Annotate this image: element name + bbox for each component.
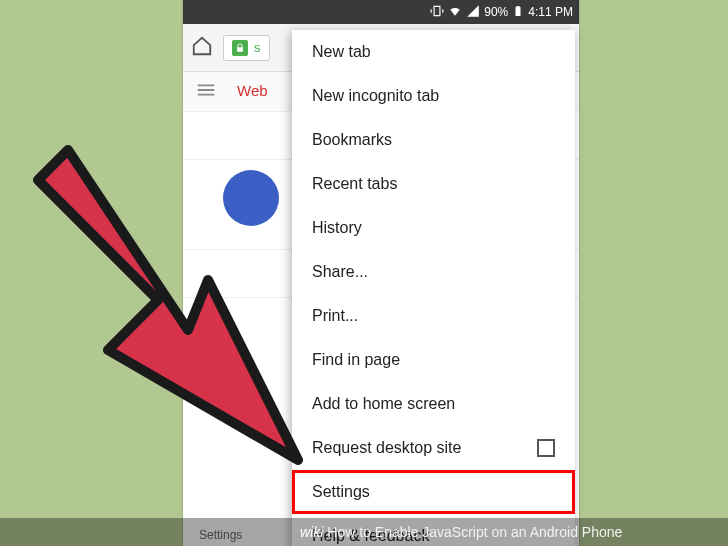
- overflow-menu: New tab New incognito tab Bookmarks Rece…: [292, 30, 575, 546]
- caption-prefix: wiki: [300, 524, 323, 540]
- caption-bar: wiki How to Enable JavaScript on an Andr…: [0, 518, 728, 546]
- home-icon[interactable]: [191, 35, 213, 61]
- caption-text: How to Enable JavaScript on an Android P…: [327, 524, 622, 540]
- menu-bookmarks[interactable]: Bookmarks: [292, 118, 575, 162]
- wifi-icon: [448, 4, 462, 21]
- menu-find-in-page[interactable]: Find in page: [292, 338, 575, 382]
- clock-time: 4:11 PM: [528, 5, 573, 19]
- search-logo-partial: [223, 170, 279, 226]
- battery-percent: 90%: [484, 5, 508, 19]
- vibrate-icon: [430, 4, 444, 21]
- hamburger-icon[interactable]: [195, 79, 217, 105]
- menu-new-incognito[interactable]: New incognito tab: [292, 74, 575, 118]
- menu-request-desktop[interactable]: Request desktop site: [292, 426, 575, 470]
- battery-icon: [512, 4, 524, 21]
- menu-print[interactable]: Print...: [292, 294, 575, 338]
- status-bar: 90% 4:11 PM: [183, 0, 579, 24]
- signal-icon: [466, 4, 480, 21]
- url-bar[interactable]: s: [223, 35, 270, 61]
- tab-web[interactable]: Web: [237, 82, 268, 101]
- menu-new-tab[interactable]: New tab: [292, 30, 575, 74]
- desktop-checkbox[interactable]: [537, 439, 555, 457]
- menu-share[interactable]: Share...: [292, 250, 575, 294]
- menu-recent-tabs[interactable]: Recent tabs: [292, 162, 575, 206]
- lock-icon: [232, 40, 248, 56]
- phone-frame: 90% 4:11 PM s Web Settings Use Google.co…: [183, 0, 579, 546]
- url-text: s: [254, 40, 261, 55]
- menu-settings[interactable]: Settings: [292, 470, 575, 514]
- menu-history[interactable]: History: [292, 206, 575, 250]
- menu-add-home[interactable]: Add to home screen: [292, 382, 575, 426]
